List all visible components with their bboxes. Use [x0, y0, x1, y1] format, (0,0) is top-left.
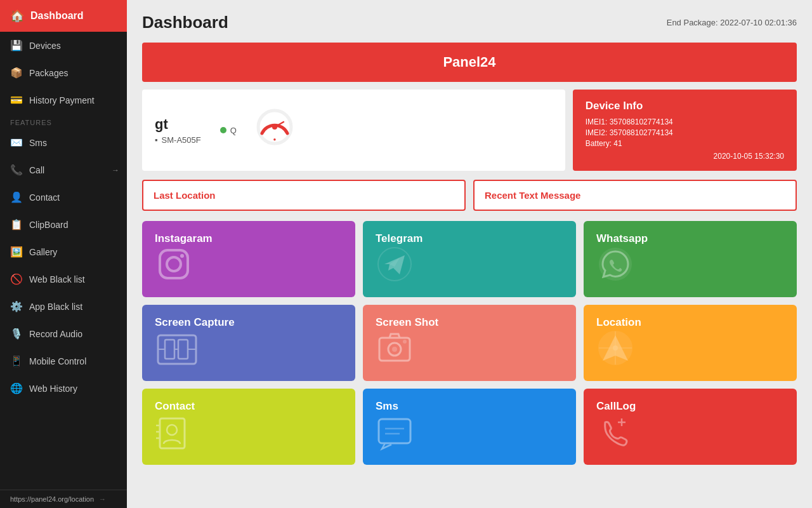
svg-point-6 [180, 254, 184, 258]
feature-card-whatsapp[interactable]: Whatsapp [584, 221, 797, 297]
device-imei2: IMEI2: 357088102774134 [586, 128, 784, 137]
sidebar-item-web-history[interactable]: 🌐 Web History [0, 375, 127, 402]
svg-rect-10 [165, 340, 174, 359]
contact-card-icon [155, 416, 190, 458]
speedometer-icon: ● [256, 108, 294, 152]
feature-card-screen-shot[interactable]: Screen Shot [363, 305, 576, 381]
telegram-icon [376, 245, 414, 291]
calllog-card-title: CallLog [596, 400, 784, 413]
sidebar-item-packages[interactable]: 📦 Packages [0, 59, 127, 86]
svg-rect-28 [379, 419, 410, 443]
recent-text-message-box: Recent Text Message [473, 180, 797, 211]
sidebar-web-history-label: Web History [29, 384, 77, 394]
sms-card-icon [376, 416, 414, 458]
screen-capture-icon [155, 332, 199, 375]
device-model: ▪ SM-A505F [155, 135, 201, 145]
feature-card-screen-capture[interactable]: Screen Capture [142, 305, 355, 381]
sms-card-title: Sms [376, 400, 563, 413]
feature-card-instagram[interactable]: Instagaram [142, 221, 355, 297]
whatsapp-icon [596, 245, 634, 291]
info-boxes-row: Last Location Recent Text Message [142, 180, 797, 211]
sidebar-mobile-control-label: Mobile Control [29, 356, 86, 366]
sidebar-web-black-list-label: Web Black list [29, 274, 85, 284]
location-card-title: Location [596, 316, 784, 329]
svg-point-27 [167, 425, 177, 435]
contact-icon: 👤 [10, 191, 23, 203]
sidebar-record-audio-label: Record Audio [29, 329, 82, 339]
sidebar-item-gallery[interactable]: 🖼️ Gallery [0, 238, 127, 265]
sidebar-item-clipboard[interactable]: 📋 ClipBoard [0, 211, 127, 238]
feature-card-contact[interactable]: Contact [142, 389, 355, 465]
sidebar-contact-label: Contact [29, 192, 60, 203]
sidebar-item-app-black-list[interactable]: ⚙️ App Black list [0, 293, 127, 320]
sidebar-bottom-url: https://panel24.org/location → [0, 490, 127, 508]
recent-text-message-title: Recent Text Message [485, 190, 785, 201]
feature-card-telegram[interactable]: Telegram [363, 221, 576, 297]
sidebar-dashboard-item[interactable]: 🏠 Dashboard [0, 0, 127, 32]
web-history-icon: 🌐 [10, 382, 23, 394]
screen-shot-card-title: Screen Shot [376, 316, 563, 329]
sidebar-gallery-label: Gallery [29, 247, 57, 257]
svg-rect-4 [160, 250, 188, 278]
sidebar-item-web-black-list[interactable]: 🚫 Web Black list [0, 265, 127, 293]
page-title: Dashboard [142, 13, 228, 32]
device-info-title: Device Info [586, 100, 784, 112]
app-black-list-icon: ⚙️ [10, 300, 23, 312]
location-icon [596, 329, 634, 375]
sidebar-item-history-payment-label: History Payment [29, 95, 95, 105]
svg-text:●: ● [273, 137, 276, 142]
calllog-icon [596, 416, 631, 458]
device-row: gt ▪ SM-A505F Q ● Dev [142, 90, 797, 171]
device-imei1: IMEI1: 357088102774134 [586, 117, 784, 126]
record-audio-icon: 🎙️ [10, 328, 23, 340]
feature-grid: Instagaram Telegram Whatsa [142, 221, 797, 465]
feature-card-calllog[interactable]: CallLog [584, 389, 797, 465]
device-name: gt [155, 116, 201, 133]
sidebar-item-contact[interactable]: 👤 Contact [0, 184, 127, 211]
sidebar-item-record-audio[interactable]: 🎙️ Record Audio [0, 320, 127, 347]
instagram-card-title: Instagaram [155, 232, 343, 245]
bottom-arrow-icon: → [99, 495, 106, 503]
sms-icon: ✉️ [10, 137, 23, 149]
panel-banner: Panel24 [142, 43, 797, 82]
sidebar-item-mobile-control[interactable]: 📱 Mobile Control [0, 347, 127, 375]
main-header: Dashboard End Package: 2022-07-10 02:01:… [142, 13, 797, 32]
instagram-icon [155, 245, 193, 291]
sidebar-clipboard-label: ClipBoard [29, 220, 68, 230]
devices-icon: 💾 [10, 39, 23, 51]
gallery-icon: 🖼️ [10, 246, 23, 258]
sidebar-item-call[interactable]: 📞 Call → [0, 156, 127, 184]
device-status-text: Q [230, 126, 237, 135]
screen-capture-card-title: Screen Capture [155, 316, 343, 329]
web-black-list-icon: 🚫 [10, 273, 23, 285]
svg-rect-11 [178, 340, 188, 359]
device-battery: Battery: 41 [586, 139, 784, 148]
last-location-box: Last Location [142, 180, 466, 211]
call-arrow-icon: → [112, 166, 119, 175]
sidebar-item-devices[interactable]: 💾 Devices [0, 32, 127, 59]
device-info-section: gt ▪ SM-A505F [155, 116, 201, 145]
device-status: Q [220, 126, 237, 135]
dashboard-icon: 🏠 [10, 9, 24, 23]
sidebar-item-history-payment[interactable]: 💳 History Payment [0, 86, 127, 114]
clipboard-icon: 📋 [10, 218, 23, 231]
device-model-icon: ▪ [155, 135, 158, 145]
svg-point-18 [403, 340, 407, 344]
sidebar-item-sms[interactable]: ✉️ Sms [0, 129, 127, 156]
feature-card-sms[interactable]: Sms [363, 389, 576, 465]
sidebar: 🏠 Dashboard 💾 Devices 📦 Packages 💳 Histo… [0, 0, 127, 508]
packages-icon: 📦 [10, 67, 23, 79]
mobile-control-icon: 📱 [10, 355, 23, 367]
screen-shot-icon [376, 329, 414, 375]
sidebar-item-packages-label: Packages [29, 68, 68, 78]
device-model-text: SM-A505F [162, 135, 201, 145]
whatsapp-card-title: Whatsapp [596, 232, 784, 245]
sidebar-dashboard-label: Dashboard [30, 10, 84, 22]
sidebar-item-devices-label: Devices [29, 41, 61, 51]
svg-point-17 [392, 347, 397, 352]
contact-card-title: Contact [155, 400, 343, 413]
call-icon: 📞 [10, 164, 23, 176]
telegram-card-title: Telegram [376, 232, 563, 245]
sidebar-sms-label: Sms [29, 138, 47, 148]
feature-card-location[interactable]: Location [584, 305, 797, 381]
